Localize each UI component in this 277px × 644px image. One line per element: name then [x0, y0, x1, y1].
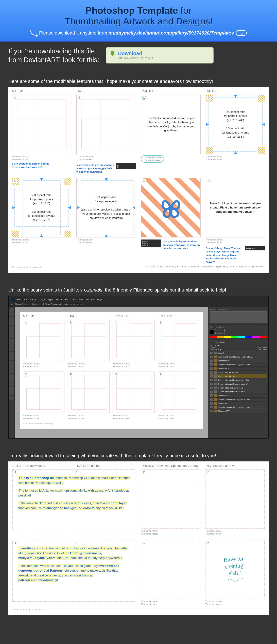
visibility-toggle-icon[interactable]	[210, 406, 213, 408]
header-notes: NOTES: who gon' win	[207, 464, 265, 468]
thumbnail-canvas: 3:4 aspect ratiofor portrait layouts(ex.…	[206, 95, 265, 154]
layers-list[interactable]: Layer 1 Turn visibility on/off for any g…	[210, 351, 267, 413]
visibility-toggle-icon[interactable]	[210, 402, 213, 404]
thumbnail-cell: D Thumbnail name:Thumbnail notes:	[205, 469, 265, 536]
curved-arrow-icon	[30, 30, 37, 36]
layer-name: Turn visibility on/off for any golden ra…	[218, 364, 266, 366]
cell-letter: C	[114, 321, 118, 325]
visibility-toggle-icon[interactable]	[210, 375, 213, 378]
layer-row[interactable]: Thumbnail "D"	[210, 402, 267, 405]
ps-menu-item[interactable]: Image	[30, 298, 36, 301]
arrow-icon	[234, 95, 237, 98]
layer-name: Layer 1	[218, 352, 266, 354]
cell-letter: D	[206, 470, 210, 474]
ps-canvas-area[interactable]: ARTIST:DATE:PROJECT:NOTES: A Thumbnail n…	[15, 307, 208, 438]
ps-menu-item[interactable]: File	[17, 298, 20, 301]
thumbnail-canvas	[68, 320, 110, 362]
layer-row[interactable]: Golden ratio: vertical: faces down	[210, 390, 267, 394]
cell-letter: G	[142, 179, 146, 183]
sheet-header-row: ARTIST: o snap waddup DATE: it's dat boi…	[12, 464, 265, 468]
ps-menu-item[interactable]: Edit	[23, 298, 27, 301]
layer-row[interactable]: Turn visibility on/off for any golden ra…	[210, 405, 267, 409]
download-button[interactable]: Download ZIP download, 11.2 MB	[106, 47, 214, 64]
sheet-header-row: ARTIST: DATE: PROJECT: NOTES:	[12, 90, 265, 93]
layer-row[interactable]: Layer 1	[210, 351, 267, 355]
move-tool-icon[interactable]: ✥	[11, 303, 13, 306]
cell-letter: E	[13, 541, 17, 545]
layer-thumbnail-icon	[214, 390, 217, 393]
auto-select-dropdown[interactable]: Layer ▾	[31, 303, 40, 306]
thumbnail-cell-c: C Thumbnails are labeled for you so your…	[141, 95, 201, 174]
visibility-toggle-icon[interactable]	[210, 383, 213, 385]
thumbnail-cell-b: B Thumbnail name:Thumbnail notes: Many e…	[76, 95, 136, 174]
visibility-toggle-icon[interactable]	[210, 371, 213, 374]
visibility-toggle-icon[interactable]	[210, 367, 213, 370]
show-transform-checkbox[interactable]: ☑ Show Transform Controls	[42, 303, 68, 306]
ps-menu-item[interactable]: Filter	[65, 298, 70, 301]
cell-letter: B	[77, 96, 81, 100]
template-sheet-1: ARTIST: DATE: PROJECT: NOTES: A Thumbnai…	[8, 87, 269, 273]
layer-row[interactable]: Thumbnail "A"	[210, 359, 267, 363]
layer-row[interactable]: Thumbnail "B"	[210, 367, 267, 370]
layer-thumbnail-icon	[214, 394, 217, 397]
navigator-panel[interactable]: Navigator Histogram	[208, 307, 269, 325]
visibility-toggle-icon[interactable]	[210, 410, 213, 412]
layer-thumbnail-icon	[214, 352, 217, 354]
thumbnail-cell-a: A Thumbnail name:Thumbnail notes: 8 pre-…	[12, 95, 71, 174]
cell-note: 8 pre-positioned golden spiralsto help y…	[12, 162, 71, 169]
layer-row[interactable]: Turn visibility on/off for any golden ra…	[210, 363, 267, 367]
layer-row[interactable]: Golden ratio: faces right	[210, 370, 267, 374]
visibility-toggle-icon[interactable]	[210, 394, 213, 397]
layer-thumbnail-icon	[214, 363, 217, 366]
layer-row[interactable]: Turn visibility on/off for any golden ra…	[210, 355, 267, 359]
visibility-toggle-icon[interactable]	[210, 398, 213, 401]
navigator-thumbnail[interactable]	[210, 312, 267, 323]
ps-menu-item[interactable]: Layer	[39, 298, 45, 301]
ps-menu-item[interactable]: Select	[56, 298, 62, 301]
download-url[interactable]: muddymelly.deviantart.com/gallery/591749…	[109, 30, 234, 36]
layer-row[interactable]: Thumbnail "E"	[210, 409, 267, 413]
visibility-toggle-icon[interactable]	[210, 390, 213, 393]
visibility-toggle-icon[interactable]	[210, 364, 213, 366]
ps-menu-item[interactable]: Window	[86, 298, 94, 301]
visibility-toggle-icon[interactable]	[210, 379, 213, 381]
info-text-block-top: A B This is a Photoshop file made in Pho…	[12, 469, 136, 536]
layer-row[interactable]: Golden ratio: vertical: faces up	[210, 386, 267, 390]
visibility-toggle-icon[interactable]	[210, 360, 213, 362]
visibility-toggle-icon[interactable]	[210, 387, 213, 389]
cell-letter: D	[207, 96, 211, 100]
ps-menu-item[interactable]: Type	[48, 298, 53, 301]
cell-center-note: 3:4 aspect ratiofor portrait layouts(ex.…	[206, 95, 265, 154]
alignment-icons[interactable]: ▯▯▯ ▯▯▯ ▯▯▯ ⋯	[70, 303, 84, 306]
color-panel[interactable]: Color Swatches R ━━━━━━━ 0G ━━━━━━━ 0B ━…	[208, 325, 269, 340]
auto-select-checkbox[interactable]: ☑ Auto-Select:	[15, 303, 28, 306]
cell-note: One mo' thing: Move Tool can select a la…	[206, 246, 244, 264]
info-paragraph: If anything is odd or slow or bad or bro…	[18, 546, 130, 560]
layer-name: Thumbnail "D"	[218, 402, 266, 404]
ps-tools-panel[interactable]	[8, 307, 15, 438]
thumbnail-cell: D Thumbnail name:Thumbnail notes:	[158, 320, 200, 368]
cell-letter: A	[13, 96, 17, 100]
layer-name: Golden ratio: upside down: faces left	[218, 383, 266, 385]
visibility-toggle-icon[interactable]	[210, 356, 213, 358]
cell-letter: F	[77, 179, 81, 183]
layer-row[interactable]: Golden ratio: upside down: faces right	[210, 378, 267, 382]
layers-panel[interactable]: Channels Layers Kind▢ ▢ T ▢ ▢ Normal ▾Op…	[208, 340, 269, 438]
foreground-color-swatch[interactable]	[210, 330, 214, 334]
layer-thumbnail-icon	[214, 379, 217, 382]
header-date: DATE: it's dat boi	[77, 464, 135, 468]
ps-menu-item[interactable]: Help	[97, 298, 102, 301]
cell-letter: H	[159, 372, 163, 376]
layer-row[interactable]: Thumbnail "C"	[210, 394, 267, 398]
color-spectrum[interactable]	[210, 336, 267, 338]
layer-row[interactable]: Turn visibility on/off for any golden ra…	[210, 398, 267, 402]
visibility-toggle-icon[interactable]	[210, 352, 213, 354]
cell-letter: E	[24, 372, 28, 376]
ps-menu-item[interactable]: View	[79, 298, 83, 301]
sheet-footer-credit: Template made by muddymelly	[12, 608, 265, 611]
layer-name: Golden ratio: faces left	[218, 375, 266, 377]
layer-row[interactable]: Golden ratio: upside down: faces left	[210, 382, 267, 386]
ps-menu-item[interactable]: 3D	[73, 298, 76, 301]
layer-thumbnail-icon	[214, 371, 217, 374]
layer-row[interactable]: Golden ratio: faces left	[210, 374, 267, 378]
